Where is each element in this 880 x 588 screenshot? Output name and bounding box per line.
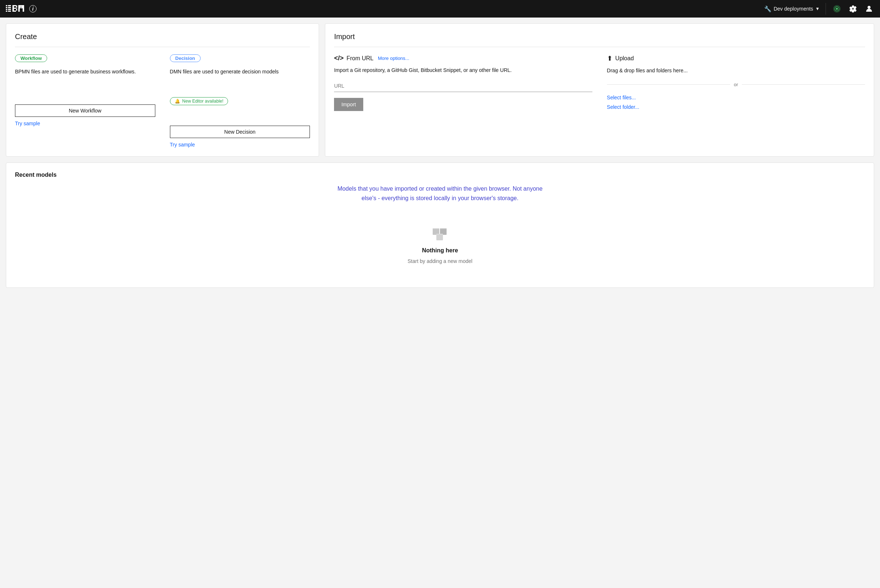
upload-column: ⬆ Upload Drag & drop files and folders h… (607, 54, 865, 111)
create-columns: Workflow BPMN files are used to generate… (15, 54, 310, 147)
svg-rect-17 (23, 5, 24, 12)
from-url-column: </> From URL More options... Import a Gi… (334, 54, 592, 111)
or-label: or (734, 82, 738, 87)
svg-rect-1 (6, 7, 7, 8)
or-divider: or (607, 82, 865, 87)
recent-models-title: Recent models (15, 172, 865, 178)
new-decision-button[interactable]: New Decision (170, 126, 310, 138)
svg-rect-10 (14, 8, 16, 9)
from-url-title-row: </> From URL More options... (334, 54, 592, 62)
workflow-column: Workflow BPMN files are used to generate… (15, 54, 155, 147)
svg-rect-8 (12, 5, 14, 12)
upload-description: Drag & drop files and folders here... (607, 67, 865, 75)
import-button[interactable]: Import (334, 98, 363, 111)
or-line-right (742, 84, 865, 85)
upload-actions: Select files... Select folder... (607, 94, 865, 110)
code-icon: </> (334, 54, 343, 62)
workflow-try-sample-button[interactable]: Try sample (15, 120, 155, 126)
new-editor-label: New Editor available! (182, 99, 224, 104)
user-button[interactable] (864, 4, 874, 14)
deployment-label: Dev deployments (774, 6, 813, 12)
svg-rect-7 (8, 10, 11, 12)
navbar-right: 🔧 Dev deployments ▼ (764, 3, 874, 15)
new-editor-badge: 🔔 New Editor available! (170, 97, 229, 105)
settings-gear-icon (849, 5, 857, 12)
upload-label: Upload (615, 55, 634, 62)
decision-description: DMN files are used to generate decision … (170, 68, 310, 90)
ibm-logo (6, 5, 25, 12)
svg-rect-5 (8, 7, 11, 8)
recent-models-section: Recent models Models that you have impor… (6, 162, 874, 288)
decision-try-sample-button[interactable]: Try sample (170, 142, 310, 147)
svg-rect-4 (8, 5, 11, 6)
select-folder-button[interactable]: Select folder... (607, 104, 865, 110)
decision-column: Decision DMN files are used to generate … (170, 54, 310, 147)
decision-tag: Decision (170, 54, 201, 62)
svg-rect-13 (16, 8, 17, 10)
url-input[interactable] (334, 80, 592, 92)
main-content: Create Workflow BPMN files are used to g… (0, 18, 880, 294)
svg-rect-25 (433, 228, 439, 229)
svg-rect-9 (14, 5, 16, 6)
from-url-description: Import a Git repository, a GitHub Gist, … (334, 66, 592, 74)
create-card: Create Workflow BPMN files are used to g… (6, 23, 319, 157)
select-files-button[interactable]: Select files... (607, 94, 865, 100)
new-workflow-button[interactable]: New Workflow (15, 105, 155, 117)
svg-rect-16 (21, 5, 23, 8)
empty-state-subtitle: Start by adding a new model (408, 258, 472, 264)
more-options-link[interactable]: More options... (378, 56, 409, 61)
svg-rect-11 (14, 10, 16, 12)
svg-point-18 (836, 8, 838, 10)
decision-actions: New Decision Try sample (170, 126, 310, 147)
empty-state-title: Nothing here (422, 247, 458, 254)
settings-button[interactable] (848, 4, 858, 14)
navbar: i 🔧 Dev deployments ▼ (0, 0, 880, 18)
svg-rect-12 (16, 6, 17, 8)
create-title: Create (15, 33, 310, 41)
navbar-divider (826, 3, 826, 15)
signal-icon[interactable] (832, 4, 842, 14)
import-columns: </> From URL More options... Import a Gi… (334, 54, 865, 111)
import-divider (334, 47, 865, 47)
signal-svg (833, 5, 841, 12)
upload-title-row: ⬆ Upload (607, 54, 865, 63)
deployment-wrench-icon: 🔧 (764, 6, 772, 12)
top-row: Create Workflow BPMN files are used to g… (6, 23, 874, 157)
workflow-description: BPMN files are used to generate business… (15, 68, 155, 90)
workflow-actions: New Workflow Try sample (15, 105, 155, 126)
info-icon[interactable]: i (29, 5, 36, 12)
user-icon (865, 5, 873, 12)
logo-area (6, 5, 25, 12)
svg-rect-6 (8, 9, 11, 10)
import-title: Import (334, 33, 865, 41)
svg-rect-0 (6, 5, 7, 6)
import-card: Import </> From URL More options... Impo… (325, 23, 874, 157)
svg-rect-26 (440, 228, 447, 229)
deployment-chevron-icon: ▼ (815, 6, 820, 11)
recent-info-text: Models that you have imported or created… (330, 184, 550, 203)
svg-rect-2 (6, 9, 7, 10)
deployment-selector[interactable]: 🔧 Dev deployments ▼ (764, 6, 820, 12)
svg-point-21 (868, 6, 871, 9)
empty-state: Nothing here Start by adding a new model (15, 214, 865, 279)
empty-state-icon (429, 221, 451, 243)
bell-icon: 🔔 (174, 99, 180, 104)
svg-rect-3 (6, 10, 7, 12)
create-divider (15, 47, 310, 47)
svg-rect-27 (436, 234, 443, 234)
upload-icon: ⬆ (607, 54, 612, 63)
or-line-left (607, 84, 730, 85)
svg-rect-24 (436, 234, 443, 240)
from-url-label: From URL (346, 55, 373, 62)
workflow-tag: Workflow (15, 54, 47, 62)
